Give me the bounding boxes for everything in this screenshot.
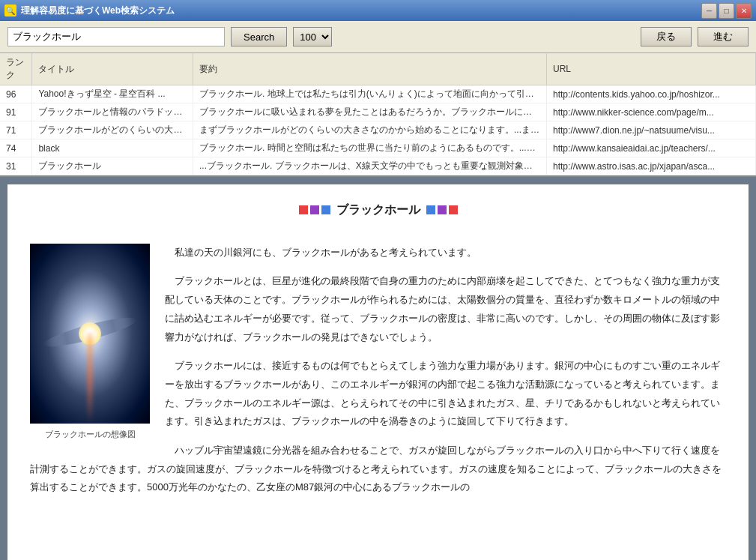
window-controls: ─ □ ✕ [701, 3, 752, 19]
square-6 [449, 205, 458, 214]
content-panel[interactable]: ブラックホール ブラックホールの想像図 私達の天の川銀河にも、ブラックホールがあ… [7, 184, 749, 560]
col-header-url: URL [547, 53, 756, 85]
count-select[interactable]: 100 10 20 50 [293, 27, 332, 46]
black-hole-image [30, 244, 150, 424]
cell-url: http://www7.dion.ne.jp/~natsuume/visu... [547, 121, 756, 139]
header-squares-left [299, 205, 330, 214]
col-header-rank: ランク [0, 53, 32, 85]
square-1 [299, 205, 308, 214]
table-row[interactable]: 91 ブラックホールと情報のパラドックス... ブラックホールに吸い込まれる夢を… [0, 103, 756, 121]
cell-summary: ブラックホール. 時間と空間は私たちの世界に当たり前のようにあるものです。...… [193, 139, 546, 157]
table-row[interactable]: 31 ブラックホール ...ブラックホール. ブラックホールは、X線天文学の中で… [0, 157, 756, 175]
col-header-summary: 要約 [193, 53, 546, 85]
search-button[interactable]: Search [231, 27, 287, 46]
content-paragraph: ハッブル宇宙望遠鏡に分光器を組み合わせることで、ガスが旋回しながらブラックホール… [30, 442, 726, 497]
toolbar: Search 100 10 20 50 戻る 進む [0, 21, 756, 53]
cell-rank: 71 [0, 121, 32, 139]
results-table-container: ランク タイトル 要約 URL 96 Yahoo!きっず星空 - 星空百科 ..… [0, 53, 756, 177]
cell-summary: まずブラックホールがどのくらいの大きさなのかから始めることになります。...また… [193, 121, 546, 139]
table-row[interactable]: 96 Yahoo!きっず星空 - 星空百科 ... ブラックホール. 地球上では… [0, 85, 756, 103]
square-5 [438, 205, 447, 214]
cell-summary: ブラックホールに吸い込まれる夢を見たことはあるだろうか。ブラックホールに近づくと… [193, 103, 546, 121]
cell-summary: ブラックホール. 地球上では私たちは引力(いんりょく)によって地面に向かって引っ… [193, 85, 546, 103]
cell-rank: 74 [0, 139, 32, 157]
table-row[interactable]: 74 black ブラックホール. 時間と空間は私たちの世界に当たり前のようにあ… [0, 139, 756, 157]
cell-title: ブラックホール [32, 157, 193, 175]
header-squares-right [426, 205, 458, 214]
search-input[interactable] [7, 27, 225, 46]
cell-summary: ...ブラックホール. ブラックホールは、X線天文学の中でもっとも重要な観測対象… [193, 157, 546, 175]
cell-title: black [32, 139, 193, 157]
cell-url: http://contents.kids.yahoo.co.jp/hoshizo… [547, 85, 756, 103]
forward-button[interactable]: 進む [698, 27, 749, 46]
cell-rank: 91 [0, 103, 32, 121]
image-caption: ブラックホールの想像図 [30, 427, 150, 442]
bh-jet [88, 334, 91, 424]
col-header-title: タイトル [32, 53, 193, 85]
content-body: ブラックホールの想像図 私達の天の川銀河にも、ブラックホールがあると考えられてい… [30, 244, 726, 497]
square-3 [321, 205, 330, 214]
content-header: ブラックホール [30, 199, 726, 229]
image-float: ブラックホールの想像図 [30, 244, 150, 442]
square-4 [426, 205, 435, 214]
cell-title: ブラックホールがどのくらいの大きさな? [32, 121, 193, 139]
title-bar: 🔍 理解容易度に基づくWeb検索システム ─ □ ✕ [0, 0, 756, 21]
cell-title: Yahoo!きっず星空 - 星空百科 ... [32, 85, 193, 103]
square-2 [310, 205, 319, 214]
cell-rank: 96 [0, 85, 32, 103]
content-title: ブラックホール [336, 199, 420, 221]
content-area: ブラックホール ブラックホールの想像図 私達の天の川銀河にも、ブラックホールがあ… [0, 177, 756, 560]
results-table: ランク タイトル 要約 URL 96 Yahoo!きっず星空 - 星空百科 ..… [0, 53, 756, 175]
cell-title: ブラックホールと情報のパラドックス... [32, 103, 193, 121]
cell-url: http://www.astro.isas.ac.jp/xjapan/asca.… [547, 157, 756, 175]
app-title: 理解容易度に基づくWeb検索システム [21, 4, 701, 17]
cell-url: http://www.kansaieaidai.ac.jp/teachers/.… [547, 139, 756, 157]
minimize-button[interactable]: ─ [701, 3, 717, 19]
restore-button[interactable]: □ [719, 3, 734, 19]
cell-rank: 31 [0, 157, 32, 175]
cell-url: http://www.nikker-science.com/page/m... [547, 103, 756, 121]
table-row[interactable]: 71 ブラックホールがどのくらいの大きさな? まずブラックホールがどのくらいの大… [0, 121, 756, 139]
back-button[interactable]: 戻る [641, 27, 692, 46]
close-button[interactable]: ✕ [736, 3, 752, 19]
app-icon: 🔍 [4, 4, 16, 16]
